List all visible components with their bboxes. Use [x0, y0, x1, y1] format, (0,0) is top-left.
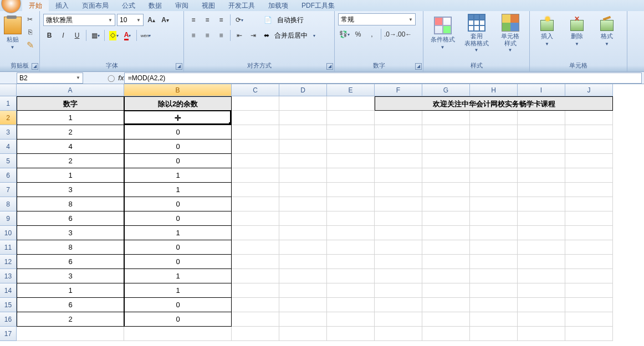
- format-as-table-button[interactable]: 套用 表格格式▼: [461, 13, 492, 53]
- cell-G16[interactable]: [422, 312, 470, 327]
- formula-input[interactable]: =MOD(A2,2): [124, 73, 642, 84]
- cell-I9[interactable]: [518, 211, 565, 226]
- cell-H11[interactable]: [470, 240, 518, 255]
- cell-I2[interactable]: [518, 111, 565, 125]
- cell-F11[interactable]: [375, 240, 422, 255]
- cell-I4[interactable]: [518, 140, 565, 154]
- cell-E6[interactable]: [327, 168, 375, 183]
- cell-E16[interactable]: [327, 312, 375, 327]
- col-header-J[interactable]: J: [565, 84, 613, 96]
- cell-J11[interactable]: [565, 240, 613, 255]
- cell-J14[interactable]: [565, 283, 613, 298]
- cell-F15[interactable]: [375, 298, 422, 312]
- cell-E15[interactable]: [327, 298, 375, 312]
- cell-J3[interactable]: [565, 125, 613, 140]
- align-left-button[interactable]: ≡: [187, 29, 200, 42]
- cell-A2[interactable]: 1: [17, 111, 124, 125]
- cell-F12[interactable]: [375, 255, 422, 269]
- col-header-A[interactable]: A: [17, 84, 124, 96]
- align-launcher[interactable]: ◢: [326, 63, 333, 70]
- cell-E10[interactable]: [327, 226, 375, 240]
- font-size-combo[interactable]: 10▼: [117, 14, 144, 26]
- cell-B9[interactable]: 0: [124, 211, 232, 226]
- cell-H13[interactable]: [470, 269, 518, 283]
- tab-formulas[interactable]: 公式: [115, 0, 142, 12]
- cell-E1[interactable]: [327, 96, 375, 111]
- cell-A11[interactable]: 8: [17, 240, 124, 255]
- tab-addins[interactable]: 加载项: [262, 0, 295, 12]
- cell-A12[interactable]: 6: [17, 255, 124, 269]
- cell-J5[interactable]: [565, 154, 613, 168]
- cell-E2[interactable]: [327, 111, 375, 125]
- cell-A9[interactable]: 6: [17, 211, 124, 226]
- orientation-button[interactable]: ⟳▾: [233, 14, 246, 26]
- cell-A7[interactable]: 3: [17, 183, 124, 197]
- increase-indent-button[interactable]: ⇥: [247, 29, 259, 42]
- cell-B13[interactable]: 1: [124, 269, 232, 283]
- cell-I6[interactable]: [518, 168, 565, 183]
- cell-D11[interactable]: [279, 240, 327, 255]
- cell-H6[interactable]: [470, 168, 518, 183]
- cell-G12[interactable]: [422, 255, 470, 269]
- row-header-4[interactable]: 4: [0, 140, 17, 154]
- cell-F9[interactable]: [375, 211, 422, 226]
- cell-C17[interactable]: [232, 327, 279, 341]
- cell-B8[interactable]: 0: [124, 197, 232, 211]
- row-header-7[interactable]: 7: [0, 183, 17, 197]
- cell-B12[interactable]: 0: [124, 255, 232, 269]
- cell-H7[interactable]: [470, 183, 518, 197]
- cell-C11[interactable]: [232, 240, 279, 255]
- cell-H10[interactable]: [470, 226, 518, 240]
- cut-button[interactable]: ✂: [24, 13, 36, 25]
- col-header-H[interactable]: H: [470, 84, 518, 96]
- cell-A1[interactable]: 数字: [17, 96, 124, 111]
- cell-G9[interactable]: [422, 211, 470, 226]
- cell-I15[interactable]: [518, 298, 565, 312]
- cell-E9[interactable]: [327, 211, 375, 226]
- cell-D13[interactable]: [279, 269, 327, 283]
- cell-C7[interactable]: [232, 183, 279, 197]
- cell-E11[interactable]: [327, 240, 375, 255]
- increase-decimal-button[interactable]: .0→: [384, 28, 396, 40]
- row-header-14[interactable]: 14: [0, 283, 17, 298]
- cell-C9[interactable]: [232, 211, 279, 226]
- row-header-11[interactable]: 11: [0, 240, 17, 255]
- font-name-combo[interactable]: 微软雅黑▼: [43, 14, 115, 26]
- cell-J13[interactable]: [565, 269, 613, 283]
- font-launcher[interactable]: ◢: [176, 63, 182, 70]
- cell-C10[interactable]: [232, 226, 279, 240]
- cell-D15[interactable]: [279, 298, 327, 312]
- grow-font-button[interactable]: A▴: [145, 14, 157, 26]
- cell-A17[interactable]: [17, 327, 124, 341]
- align-middle-button[interactable]: ≡: [201, 14, 213, 26]
- cell-H3[interactable]: [470, 125, 518, 140]
- paste-button[interactable]: 粘贴 ▼: [3, 13, 22, 53]
- cell-B1[interactable]: 除以2的余数: [124, 96, 232, 111]
- align-center-button[interactable]: ≡: [201, 29, 213, 42]
- cell-D1[interactable]: [279, 96, 327, 111]
- spreadsheet-grid[interactable]: ABCDEFGHIJ 1234567891011121314151617 数字除…: [0, 84, 644, 346]
- cell-F14[interactable]: [375, 283, 422, 298]
- cell-D12[interactable]: [279, 255, 327, 269]
- decrease-decimal-button[interactable]: .00←: [398, 28, 410, 40]
- row-header-9[interactable]: 9: [0, 211, 17, 226]
- cell-H9[interactable]: [470, 211, 518, 226]
- copy-button[interactable]: ⎘: [24, 26, 36, 38]
- cell-G11[interactable]: [422, 240, 470, 255]
- cell-G10[interactable]: [422, 226, 470, 240]
- col-header-G[interactable]: G: [422, 84, 470, 96]
- cell-H17[interactable]: [470, 327, 518, 341]
- comma-button[interactable]: ,: [366, 28, 378, 40]
- cell-B5[interactable]: 0: [124, 154, 232, 168]
- align-top-button[interactable]: ≡: [187, 14, 200, 26]
- format-cells-button[interactable]: 格式▼: [593, 13, 621, 53]
- cell-A15[interactable]: 6: [17, 298, 124, 312]
- wrap-text-button[interactable]: 📄 自动换行: [264, 13, 315, 27]
- cell-D2[interactable]: [279, 111, 327, 125]
- cell-I12[interactable]: [518, 255, 565, 269]
- cell-G15[interactable]: [422, 298, 470, 312]
- cell-A13[interactable]: 3: [17, 269, 124, 283]
- merge-center-button[interactable]: ⬌ 合并后居中 ▾: [264, 29, 315, 42]
- cell-F13[interactable]: [375, 269, 422, 283]
- cell-A5[interactable]: 2: [17, 154, 124, 168]
